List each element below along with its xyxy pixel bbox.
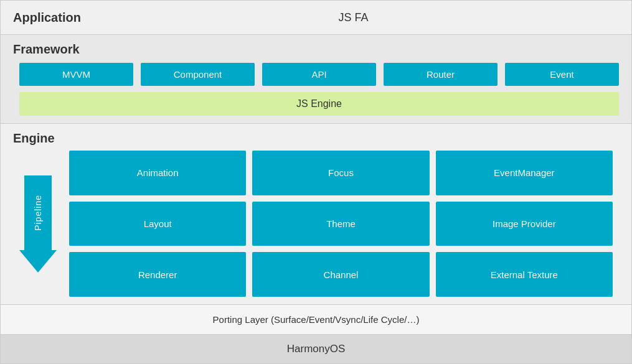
application-label: Application — [13, 11, 88, 25]
box-router: Router — [384, 63, 498, 86]
architecture-diagram: Application JS FA Framework MVVM Compone… — [0, 0, 632, 364]
application-content: JS FA — [88, 11, 619, 24]
porting-layer-text: Porting Layer (Surface/Event/Vsync/Life … — [213, 314, 420, 325]
framework-section: Framework MVVM Component API Router Even… — [1, 35, 631, 124]
js-engine-box: JS Engine — [19, 92, 619, 116]
engine-section: Engine Pipeline Animation Focus EventMan… — [1, 124, 631, 305]
pipeline-shaft: Pipeline — [24, 175, 52, 250]
harmony-section: HarmonyOS — [1, 335, 631, 363]
pipeline-arrow: Pipeline — [19, 175, 57, 273]
application-section: Application JS FA — [1, 1, 631, 35]
box-api: API — [262, 63, 376, 86]
box-external-texture: External Texture — [436, 252, 613, 297]
framework-boxes: MVVM Component API Router Event — [19, 63, 619, 86]
box-image-provider: Image Provider — [436, 202, 613, 246]
harmony-text: HarmonyOS — [287, 343, 346, 355]
box-channel: Channel — [252, 252, 429, 297]
box-renderer: Renderer — [69, 252, 246, 297]
engine-label: Engine — [13, 131, 619, 146]
box-theme: Theme — [252, 202, 429, 246]
pipeline-column: Pipeline — [13, 151, 63, 297]
engine-grid: Animation Focus EventManager Layout Them… — [63, 151, 619, 297]
pipeline-label: Pipeline — [33, 195, 43, 231]
box-focus: Focus — [252, 151, 429, 195]
box-event-manager: EventManager — [436, 151, 613, 195]
porting-layer-section: Porting Layer (Surface/Event/Vsync/Life … — [1, 305, 631, 335]
box-animation: Animation — [69, 151, 246, 195]
box-event: Event — [505, 63, 619, 86]
box-mvvm: MVVM — [19, 63, 133, 86]
box-component: Component — [141, 63, 255, 86]
framework-label: Framework — [13, 42, 619, 57]
box-layout: Layout — [69, 202, 246, 246]
engine-body: Pipeline Animation Focus EventManager La… — [13, 151, 619, 297]
pipeline-arrowhead — [19, 250, 57, 273]
